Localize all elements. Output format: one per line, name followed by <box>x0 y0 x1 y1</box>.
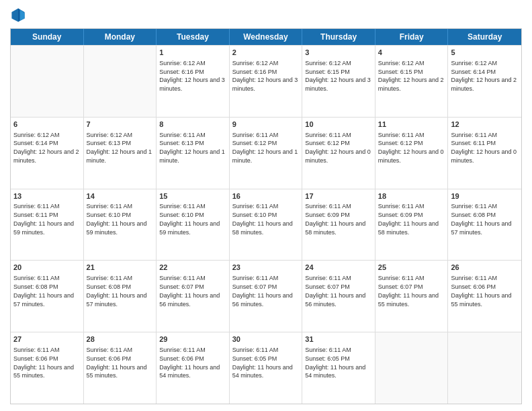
day-number: 6 <box>13 120 81 130</box>
logo-icon <box>10 7 26 23</box>
day-number: 18 <box>378 191 445 201</box>
header <box>10 7 522 23</box>
cal-cell: 23Sunrise: 6:11 AM Sunset: 6:07 PM Dayli… <box>230 261 303 332</box>
cell-info: Sunrise: 6:11 AM Sunset: 6:09 PM Dayligh… <box>305 203 365 235</box>
day-number: 19 <box>451 191 519 201</box>
cell-info: Sunrise: 6:11 AM Sunset: 6:11 PM Dayligh… <box>451 132 517 164</box>
day-number: 28 <box>87 334 154 345</box>
day-header-monday: Monday <box>84 29 157 45</box>
day-number: 2 <box>232 48 300 58</box>
week-row-5: 27Sunrise: 6:11 AM Sunset: 6:06 PM Dayli… <box>11 332 521 404</box>
cal-cell: 8Sunrise: 6:11 AM Sunset: 6:13 PM Daylig… <box>157 118 230 189</box>
page: SundayMondayTuesdayWednesdayThursdayFrid… <box>0 0 532 411</box>
cal-cell: 1Sunrise: 6:12 AM Sunset: 6:16 PM Daylig… <box>157 46 230 117</box>
day-number: 14 <box>87 191 154 201</box>
cal-cell: 7Sunrise: 6:12 AM Sunset: 6:13 PM Daylig… <box>84 118 157 189</box>
cell-info: Sunrise: 6:11 AM Sunset: 6:12 PM Dayligh… <box>305 132 371 164</box>
cal-cell: 18Sunrise: 6:11 AM Sunset: 6:09 PM Dayli… <box>375 189 449 261</box>
day-header-saturday: Saturday <box>448 29 521 45</box>
calendar-header-row: SundayMondayTuesdayWednesdayThursdayFrid… <box>11 29 521 45</box>
cell-info: Sunrise: 6:11 AM Sunset: 6:06 PM Dayligh… <box>159 347 220 379</box>
cell-info: Sunrise: 6:11 AM Sunset: 6:10 PM Dayligh… <box>159 203 220 235</box>
day-number: 4 <box>378 48 445 58</box>
week-row-1: 1Sunrise: 6:12 AM Sunset: 6:16 PM Daylig… <box>11 45 521 117</box>
day-number: 27 <box>13 334 81 345</box>
day-number: 1 <box>159 48 226 58</box>
cal-cell: 10Sunrise: 6:11 AM Sunset: 6:12 PM Dayli… <box>302 118 375 189</box>
day-number: 22 <box>159 263 226 273</box>
cell-info: Sunrise: 6:11 AM Sunset: 6:08 PM Dayligh… <box>13 275 74 307</box>
cal-cell: 22Sunrise: 6:11 AM Sunset: 6:07 PM Dayli… <box>157 261 230 332</box>
cell-info: Sunrise: 6:11 AM Sunset: 6:06 PM Dayligh… <box>13 347 74 379</box>
cal-cell: 9Sunrise: 6:11 AM Sunset: 6:12 PM Daylig… <box>230 118 303 189</box>
cell-info: Sunrise: 6:12 AM Sunset: 6:16 PM Dayligh… <box>159 60 225 92</box>
cal-cell: 12Sunrise: 6:11 AM Sunset: 6:11 PM Dayli… <box>448 118 521 189</box>
cal-cell: 16Sunrise: 6:11 AM Sunset: 6:10 PM Dayli… <box>230 189 303 261</box>
cell-info: Sunrise: 6:11 AM Sunset: 6:11 PM Dayligh… <box>13 203 74 235</box>
cell-info: Sunrise: 6:11 AM Sunset: 6:13 PM Dayligh… <box>159 132 225 164</box>
cal-cell: 19Sunrise: 6:11 AM Sunset: 6:08 PM Dayli… <box>448 189 521 261</box>
cal-cell: 13Sunrise: 6:11 AM Sunset: 6:11 PM Dayli… <box>11 189 84 261</box>
day-number: 20 <box>13 263 81 273</box>
day-number: 16 <box>232 191 300 201</box>
cell-info: Sunrise: 6:11 AM Sunset: 6:10 PM Dayligh… <box>232 203 293 235</box>
cell-info: Sunrise: 6:12 AM Sunset: 6:14 PM Dayligh… <box>451 60 517 92</box>
cal-cell: 20Sunrise: 6:11 AM Sunset: 6:08 PM Dayli… <box>11 261 84 332</box>
cal-cell: 14Sunrise: 6:11 AM Sunset: 6:10 PM Dayli… <box>84 189 157 261</box>
week-row-3: 13Sunrise: 6:11 AM Sunset: 6:11 PM Dayli… <box>11 189 521 261</box>
cal-cell: 17Sunrise: 6:11 AM Sunset: 6:09 PM Dayli… <box>302 189 375 261</box>
cell-info: Sunrise: 6:12 AM Sunset: 6:15 PM Dayligh… <box>305 60 371 92</box>
day-number: 3 <box>305 48 372 58</box>
day-number: 30 <box>232 334 300 345</box>
cal-cell <box>84 46 157 117</box>
svg-marker-2 <box>18 8 19 21</box>
week-row-2: 6Sunrise: 6:12 AM Sunset: 6:14 PM Daylig… <box>11 117 521 189</box>
cal-cell: 29Sunrise: 6:11 AM Sunset: 6:06 PM Dayli… <box>157 332 230 404</box>
day-number: 5 <box>451 48 519 58</box>
cell-info: Sunrise: 6:11 AM Sunset: 6:08 PM Dayligh… <box>451 203 511 235</box>
cell-info: Sunrise: 6:12 AM Sunset: 6:14 PM Dayligh… <box>13 132 79 164</box>
day-header-thursday: Thursday <box>302 29 375 45</box>
cell-info: Sunrise: 6:11 AM Sunset: 6:07 PM Dayligh… <box>159 275 220 307</box>
day-number: 25 <box>378 263 445 273</box>
calendar: SundayMondayTuesdayWednesdayThursdayFrid… <box>10 28 522 404</box>
cell-info: Sunrise: 6:11 AM Sunset: 6:12 PM Dayligh… <box>232 132 298 164</box>
cal-cell: 3Sunrise: 6:12 AM Sunset: 6:15 PM Daylig… <box>302 46 375 117</box>
day-number: 7 <box>87 120 154 130</box>
cell-info: Sunrise: 6:11 AM Sunset: 6:06 PM Dayligh… <box>87 347 147 379</box>
cal-cell <box>375 332 449 404</box>
cal-cell: 26Sunrise: 6:11 AM Sunset: 6:06 PM Dayli… <box>448 261 521 332</box>
cell-info: Sunrise: 6:11 AM Sunset: 6:05 PM Dayligh… <box>232 347 293 379</box>
cal-cell: 6Sunrise: 6:12 AM Sunset: 6:14 PM Daylig… <box>11 118 84 189</box>
day-number: 9 <box>232 120 300 130</box>
cal-cell: 11Sunrise: 6:11 AM Sunset: 6:12 PM Dayli… <box>375 118 449 189</box>
cal-cell: 2Sunrise: 6:12 AM Sunset: 6:16 PM Daylig… <box>230 46 303 117</box>
cell-info: Sunrise: 6:11 AM Sunset: 6:09 PM Dayligh… <box>378 203 439 235</box>
cal-cell: 24Sunrise: 6:11 AM Sunset: 6:07 PM Dayli… <box>302 261 375 332</box>
day-number: 13 <box>13 191 81 201</box>
cal-cell: 15Sunrise: 6:11 AM Sunset: 6:10 PM Dayli… <box>157 189 230 261</box>
cal-cell <box>448 332 521 404</box>
cell-info: Sunrise: 6:11 AM Sunset: 6:12 PM Dayligh… <box>378 132 444 164</box>
calendar-body: 1Sunrise: 6:12 AM Sunset: 6:16 PM Daylig… <box>11 45 521 404</box>
day-number: 29 <box>159 334 226 345</box>
day-number: 10 <box>305 120 372 130</box>
logo <box>10 7 29 23</box>
cell-info: Sunrise: 6:11 AM Sunset: 6:05 PM Dayligh… <box>305 347 365 379</box>
cal-cell <box>11 46 84 117</box>
cell-info: Sunrise: 6:11 AM Sunset: 6:06 PM Dayligh… <box>451 275 511 307</box>
day-header-friday: Friday <box>375 29 449 45</box>
cal-cell: 27Sunrise: 6:11 AM Sunset: 6:06 PM Dayli… <box>11 332 84 404</box>
day-header-tuesday: Tuesday <box>157 29 230 45</box>
cell-info: Sunrise: 6:12 AM Sunset: 6:15 PM Dayligh… <box>378 60 444 92</box>
day-number: 23 <box>232 263 300 273</box>
day-header-wednesday: Wednesday <box>230 29 303 45</box>
day-number: 12 <box>451 120 519 130</box>
day-number: 17 <box>305 191 372 201</box>
cal-cell: 5Sunrise: 6:12 AM Sunset: 6:14 PM Daylig… <box>448 46 521 117</box>
day-number: 26 <box>451 263 519 273</box>
day-number: 21 <box>87 263 154 273</box>
cell-info: Sunrise: 6:11 AM Sunset: 6:08 PM Dayligh… <box>87 275 147 307</box>
cal-cell: 30Sunrise: 6:11 AM Sunset: 6:05 PM Dayli… <box>230 332 303 404</box>
cell-info: Sunrise: 6:11 AM Sunset: 6:07 PM Dayligh… <box>305 275 365 307</box>
